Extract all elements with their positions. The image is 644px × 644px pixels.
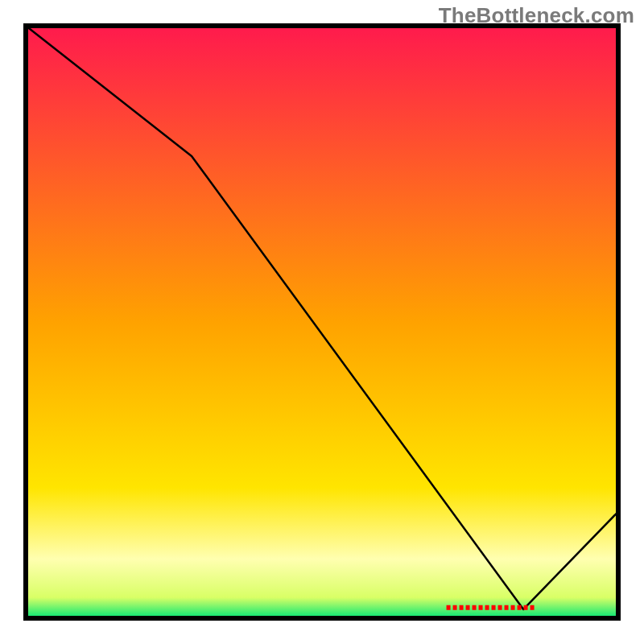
watermark-text: TheBottleneck.com [439,3,634,28]
svg-rect-5 [479,605,483,610]
svg-rect-3 [466,605,470,610]
svg-rect-7 [492,605,496,610]
svg-rect-9 [505,605,509,610]
svg-rect-8 [498,605,502,610]
svg-rect-13 [530,605,535,610]
chart-svg [0,0,644,644]
svg-rect-1 [453,605,457,610]
plot-background [26,26,618,618]
svg-rect-4 [473,605,477,610]
svg-rect-6 [485,605,489,610]
svg-rect-12 [524,605,528,610]
svg-rect-2 [460,605,464,610]
svg-rect-0 [447,605,451,610]
svg-rect-11 [518,605,522,610]
svg-rect-10 [511,605,515,610]
chart-frame: TheBottleneck.com [0,0,644,644]
